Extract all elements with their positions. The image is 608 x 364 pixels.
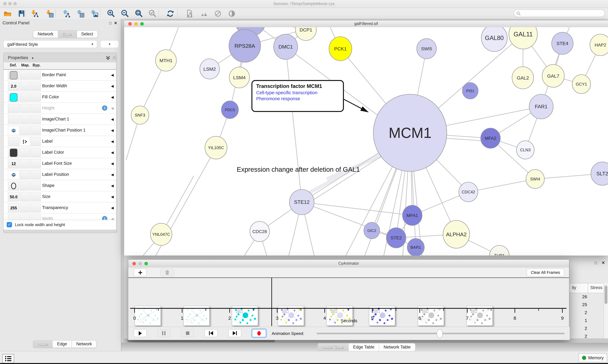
- zoom-window-icon[interactable]: [13, 2, 17, 5]
- close-window-icon[interactable]: [132, 262, 136, 265]
- bypass-cell[interactable]: [31, 82, 41, 91]
- close-panel-icon[interactable]: ✕: [602, 260, 605, 265]
- property-row-label-font-size[interactable]: 12Label Font Size◀: [3, 158, 116, 169]
- table-cell-value[interactable]: 2: [569, 310, 587, 315]
- network-node-GCY1[interactable]: GCY1: [572, 75, 591, 94]
- bypass-cell[interactable]: [31, 137, 41, 146]
- network-node-CLN3[interactable]: CLN3: [516, 141, 534, 159]
- network-node-MCM1[interactable]: MCM1: [373, 94, 447, 171]
- chevron-down-icon[interactable]: ▼: [31, 57, 34, 60]
- lock-size-checkbox[interactable]: ✓: [7, 222, 12, 227]
- mapping-cell[interactable]: [20, 115, 30, 124]
- network-node-SLT2[interactable]: SLT2: [591, 162, 608, 185]
- collapse-all-icon[interactable]: [112, 55, 117, 60]
- table-cell-value[interactable]: 1: [569, 318, 587, 323]
- timeline-axis[interactable]: 0123456789: [128, 304, 570, 329]
- import-network-button[interactable]: [30, 9, 39, 18]
- export-network-button[interactable]: [62, 9, 71, 18]
- bypass-cell[interactable]: [31, 203, 41, 212]
- zoom-window-icon[interactable]: [144, 262, 148, 265]
- float-panel-icon[interactable]: □: [595, 260, 597, 265]
- go-to-start-button[interactable]: [205, 329, 218, 337]
- collapse-row-icon[interactable]: ◀: [111, 169, 114, 180]
- bypass-cell[interactable]: [31, 126, 41, 135]
- search-field[interactable]: [514, 10, 605, 17]
- network-node-GAL7[interactable]: GAL7: [542, 65, 564, 87]
- minimize-window-icon[interactable]: [8, 2, 12, 5]
- style-selector[interactable]: galFiltered Style ▼: [3, 40, 97, 48]
- network-node-CDC42[interactable]: CDC42: [459, 182, 478, 202]
- clone-network-button[interactable]: [185, 9, 194, 18]
- tab-select[interactable]: Select: [77, 30, 98, 38]
- minimize-window-icon[interactable]: [138, 262, 142, 265]
- column-header-ity[interactable]: ity: [572, 285, 576, 290]
- default-value-cell[interactable]: 12: [8, 159, 19, 168]
- collapse-row-icon[interactable]: ◀: [111, 70, 114, 80]
- bypass-cell[interactable]: [31, 148, 41, 157]
- image-gallery-button[interactable]: [199, 9, 208, 18]
- collapse-row-icon[interactable]: ◀: [111, 114, 114, 125]
- default-value-cell[interactable]: [8, 104, 19, 113]
- mapping-cell[interactable]: [20, 93, 30, 102]
- network-node-BAR1[interactable]: BAR1: [407, 238, 424, 256]
- network-node-GAL11[interactable]: GAL11: [509, 27, 537, 49]
- mapping-cell[interactable]: [20, 126, 30, 135]
- tab-node-table[interactable]: Node Table: [318, 343, 349, 351]
- mapping-cell[interactable]: [20, 170, 30, 179]
- zoom-selected-button[interactable]: [148, 9, 157, 18]
- network-node-GAL80[interactable]: GAL80: [481, 27, 507, 52]
- network-node-GAL2[interactable]: GAL2: [512, 67, 534, 89]
- network-node-GIC2[interactable]: GIC2: [364, 222, 380, 239]
- close-window-icon[interactable]: [128, 22, 132, 26]
- property-row-fill-color[interactable]: Fill Color◀: [3, 92, 116, 103]
- save-session-button[interactable]: [17, 9, 26, 18]
- property-row-border-paint[interactable]: Border Paint◀: [3, 70, 116, 81]
- network-node-DMC1[interactable]: DMC1: [274, 34, 298, 59]
- clear-all-frames-button[interactable]: Clear All Frames: [527, 269, 564, 276]
- network-node-MTH1[interactable]: MTH1: [155, 50, 176, 71]
- tab-edge[interactable]: Edge: [53, 340, 72, 348]
- hide-graphics-details-button[interactable]: [213, 9, 222, 18]
- network-node-TUP1[interactable]: TUP1: [490, 246, 509, 256]
- mapping-cell[interactable]: [20, 148, 30, 157]
- show-panels-button[interactable]: [2, 354, 14, 363]
- property-row-size[interactable]: 50.0Size◀: [3, 191, 116, 202]
- property-row-width[interactable]: Widthi◀: [3, 213, 116, 220]
- property-row-height[interactable]: Heighti◀: [3, 103, 116, 114]
- property-row-shape[interactable]: Shape◀: [3, 180, 116, 191]
- search-input[interactable]: [523, 11, 602, 16]
- default-value-cell[interactable]: [8, 170, 19, 179]
- network-node-MFA2[interactable]: MFA2: [481, 128, 500, 148]
- default-value-cell[interactable]: [8, 126, 19, 135]
- pause-button[interactable]: [157, 329, 170, 337]
- style-options-button[interactable]: ▼: [100, 40, 119, 48]
- property-row-image-chart-position-1[interactable]: Image/Chart Position 1◀: [3, 125, 116, 136]
- default-value-cell[interactable]: [8, 71, 19, 80]
- collapse-row-icon[interactable]: ◀: [111, 125, 114, 136]
- default-value-cell[interactable]: [8, 137, 19, 146]
- network-node-LSM4[interactable]: LSM4: [229, 67, 249, 88]
- info-icon[interactable]: i: [102, 216, 107, 220]
- import-table-button[interactable]: [45, 9, 54, 18]
- stop-button[interactable]: [181, 329, 194, 337]
- tab-network-table[interactable]: Network Table: [379, 343, 415, 351]
- default-value-cell[interactable]: [8, 181, 19, 190]
- open-session-button[interactable]: [3, 9, 12, 18]
- property-row-transparency[interactable]: 255Transparency◀: [3, 202, 116, 213]
- zoom-window-icon[interactable]: [140, 22, 144, 26]
- mapping-cell[interactable]: [20, 181, 30, 190]
- zoom-out-button[interactable]: [121, 9, 129, 18]
- collapse-row-icon[interactable]: ◀: [111, 180, 114, 191]
- network-node-LSM2[interactable]: LSM2: [200, 59, 220, 79]
- collapse-row-icon[interactable]: ◀: [111, 213, 114, 220]
- network-node-MFA1[interactable]: MFA1: [402, 205, 422, 225]
- annotation-box[interactable]: Transcription factor MCM1 Cell-type-spec…: [251, 80, 344, 112]
- export-table-button[interactable]: [76, 9, 85, 18]
- annotation-link-2[interactable]: Pheromone response: [256, 96, 339, 101]
- collapse-row-icon[interactable]: ◀: [111, 202, 114, 213]
- default-value-cell[interactable]: [8, 148, 19, 157]
- collapse-row-icon[interactable]: ◀: [111, 136, 114, 147]
- network-node-STE2[interactable]: STE2: [386, 228, 406, 248]
- float-panel-icon[interactable]: □: [109, 21, 112, 25]
- show-graphics-details-button[interactable]: [227, 9, 236, 18]
